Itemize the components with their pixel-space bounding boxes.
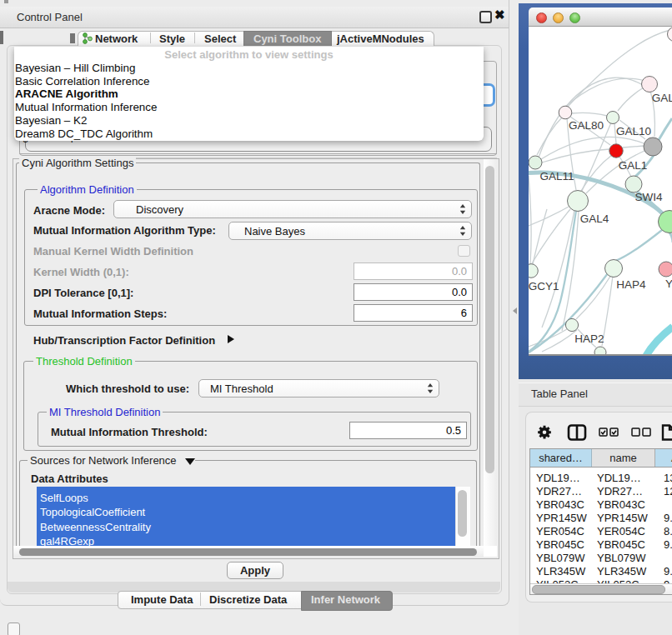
svg-text:GAL1: GAL1: [619, 159, 648, 172]
svg-text:GCY1: GCY1: [529, 280, 559, 292]
svg-text:GAL80: GAL80: [569, 119, 604, 132]
svg-text:GAL11: GAL11: [539, 170, 574, 182]
svg-text:GAL4: GAL4: [580, 212, 609, 225]
svg-text:HAP4: HAP4: [616, 278, 646, 291]
svg-text:GAL10: GAL10: [616, 125, 651, 138]
svg-text:HAP2: HAP2: [574, 332, 604, 345]
svg-text:YDR009W: YDR009W: [665, 278, 672, 290]
svg-text:GAL2: GAL2: [652, 92, 672, 104]
svg-text:SWI4: SWI4: [634, 191, 662, 203]
